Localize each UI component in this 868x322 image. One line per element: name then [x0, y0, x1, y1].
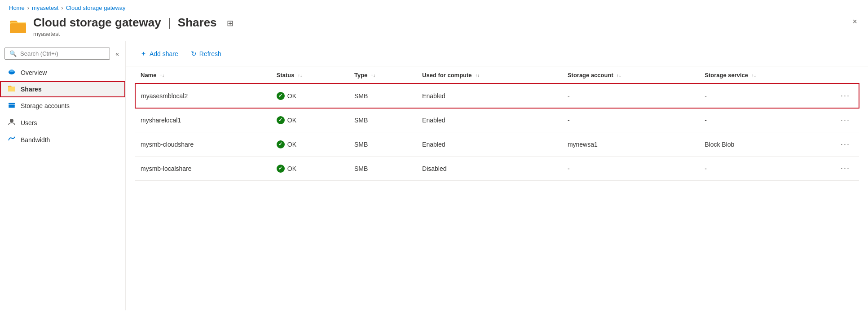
cell-type: SMB: [349, 132, 417, 157]
sort-account-icon: ↑↓: [617, 73, 621, 78]
cell-status: OK: [271, 83, 349, 108]
status-text: OK: [287, 92, 296, 100]
col-status[interactable]: Status ↑↓: [271, 66, 349, 83]
table-row[interactable]: myasesmblocal2OKSMBEnabled--···: [135, 83, 859, 108]
breadcrumb-current[interactable]: Cloud storage gateway: [66, 4, 126, 11]
cell-storage-service: -: [699, 83, 832, 108]
status-text: OK: [287, 165, 296, 172]
page-title: Cloud storage gateway | Shares: [33, 16, 217, 30]
col-name[interactable]: Name ↑↓: [135, 66, 271, 83]
overview-nav-icon: [7, 68, 16, 78]
row-more-actions-button[interactable]: ···: [837, 89, 854, 102]
refresh-label: Refresh: [199, 50, 221, 57]
add-share-label: Add share: [150, 50, 178, 57]
col-storage-service[interactable]: Storage service ↑↓: [699, 66, 832, 83]
sidebar: 🔍 « OverviewSharesStorage accountsUsersB…: [0, 41, 126, 310]
breadcrumb: Home › myasetest › Cloud storage gateway: [0, 0, 868, 14]
sidebar-item-label-storage-accounts: Storage accounts: [21, 102, 70, 109]
nav-items: OverviewSharesStorage accountsUsersBandw…: [0, 64, 125, 148]
refresh-button[interactable]: ↻ Refresh: [185, 47, 227, 61]
title-divider: |: [168, 16, 171, 29]
cell-storage-account: -: [562, 83, 699, 108]
col-type[interactable]: Type ↑↓: [349, 66, 417, 83]
sort-compute-icon: ↑↓: [475, 73, 480, 78]
folder-icon: [9, 18, 27, 35]
sidebar-item-label-users: Users: [21, 119, 37, 126]
breadcrumb-sep1: ›: [27, 4, 29, 11]
cell-status: OK: [271, 108, 349, 132]
cell-name: mysmb-cloudshare: [135, 132, 271, 157]
add-share-button[interactable]: ＋ Add share: [135, 47, 184, 61]
cell-storage-service: Block Blob: [699, 132, 832, 157]
shares-table: Name ↑↓ Status ↑↓ Type ↑↓ Used for com: [135, 66, 859, 181]
sidebar-item-storage-accounts[interactable]: Storage accounts: [0, 97, 125, 114]
close-button[interactable]: ×: [850, 16, 859, 27]
search-icon: 🔍: [9, 50, 17, 57]
search-input[interactable]: [20, 50, 105, 57]
sidebar-item-overview[interactable]: Overview: [0, 64, 125, 81]
pin-icon[interactable]: ⊞: [227, 18, 234, 28]
sidebar-item-shares[interactable]: Shares: [0, 81, 125, 97]
cell-storage-service: -: [699, 157, 832, 181]
shares-table-container: Name ↑↓ Status ↑↓ Type ↑↓ Used for com: [126, 66, 868, 181]
svg-point-1: [9, 70, 14, 72]
sidebar-item-label-shares: Shares: [21, 86, 42, 93]
main-content: ＋ Add share ↻ Refresh Name ↑↓ S: [126, 41, 868, 310]
row-more-actions-button[interactable]: ···: [837, 162, 854, 175]
storage-accounts-nav-icon: [7, 101, 16, 111]
toolbar: ＋ Add share ↻ Refresh: [126, 41, 868, 66]
row-more-actions-button[interactable]: ···: [837, 138, 854, 151]
sort-name-icon: ↑↓: [160, 73, 164, 78]
cell-actions: ···: [832, 157, 859, 181]
cell-actions: ···: [832, 108, 859, 132]
collapse-sidebar-button[interactable]: «: [113, 48, 122, 59]
page-header: Cloud storage gateway | Shares myasetest…: [0, 14, 868, 41]
users-nav-icon: [7, 118, 16, 128]
cell-actions: ···: [832, 132, 859, 157]
svg-rect-2: [9, 103, 15, 104]
search-box[interactable]: 🔍: [4, 48, 110, 60]
bandwidth-nav-icon: [7, 135, 16, 145]
status-text: OK: [287, 117, 296, 124]
cell-name: mysmb-localshare: [135, 157, 271, 181]
cell-used-for-compute: Enabled: [417, 132, 562, 157]
refresh-icon: ↻: [191, 50, 197, 58]
table-body: myasesmblocal2OKSMBEnabled--···mysharelo…: [135, 83, 859, 181]
cell-type: SMB: [349, 83, 417, 108]
cell-storage-account: -: [562, 108, 699, 132]
sort-service-icon: ↑↓: [752, 73, 756, 78]
col-used-for-compute[interactable]: Used for compute ↑↓: [417, 66, 562, 83]
sidebar-item-label-overview: Overview: [21, 69, 47, 76]
shares-nav-icon: [7, 85, 16, 94]
svg-rect-4: [9, 106, 15, 108]
header-subtitle: myasetest: [33, 30, 217, 37]
header-title-block: Cloud storage gateway | Shares myasetest: [33, 16, 217, 37]
sidebar-item-users[interactable]: Users: [0, 114, 125, 131]
cell-name: myasesmblocal2: [135, 83, 271, 108]
svg-rect-3: [9, 104, 15, 106]
status-text: OK: [287, 141, 296, 148]
table-row[interactable]: mysharelocal1OKSMBEnabled--···: [135, 108, 859, 132]
breadcrumb-sep2: ›: [61, 4, 63, 11]
row-more-actions-button[interactable]: ···: [837, 113, 854, 126]
cell-used-for-compute: Enabled: [417, 108, 562, 132]
cell-type: SMB: [349, 108, 417, 132]
cell-status: OK: [271, 157, 349, 181]
cell-status: OK: [271, 132, 349, 157]
col-storage-account[interactable]: Storage account ↑↓: [562, 66, 699, 83]
cell-type: SMB: [349, 157, 417, 181]
table-row[interactable]: mysmb-cloudshareOKSMBEnabledmynewsa1Bloc…: [135, 132, 859, 157]
status-ok-icon: [277, 140, 285, 148]
table-row[interactable]: mysmb-localshareOKSMBDisabled--···: [135, 157, 859, 181]
breadcrumb-home[interactable]: Home: [9, 4, 25, 11]
breadcrumb-myasetest[interactable]: myasetest: [32, 4, 58, 11]
status-ok-icon: [277, 92, 285, 100]
add-icon: ＋: [140, 49, 147, 58]
cell-storage-account: -: [562, 157, 699, 181]
sidebar-item-label-bandwidth: Bandwidth: [21, 136, 50, 144]
sort-status-icon: ↑↓: [298, 73, 302, 78]
table-header-row: Name ↑↓ Status ↑↓ Type ↑↓ Used for com: [135, 66, 859, 83]
sidebar-item-bandwidth[interactable]: Bandwidth: [0, 131, 125, 148]
cell-used-for-compute: Enabled: [417, 83, 562, 108]
svg-point-5: [10, 119, 13, 122]
